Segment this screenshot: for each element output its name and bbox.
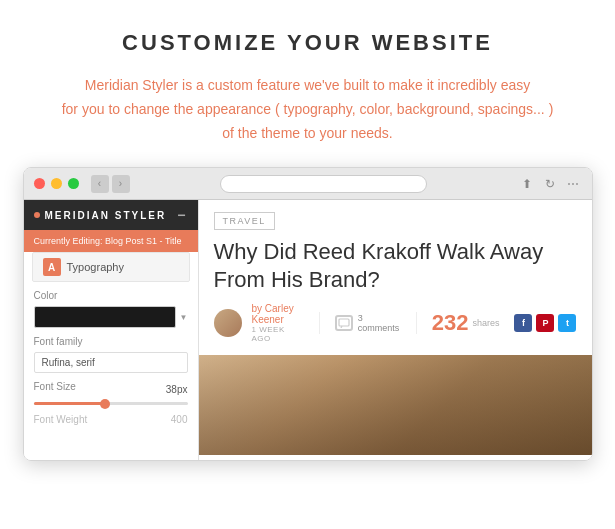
- font-weight-section: Font Weight 400: [24, 414, 198, 425]
- browser-back-button[interactable]: ‹: [91, 175, 109, 193]
- browser-mockup: ‹ › ⬆ ↻ ⋯ MERIDIAN STYLER −: [23, 167, 593, 461]
- browser-nav: ‹ ›: [91, 175, 130, 193]
- color-picker-row: ▼: [34, 306, 188, 328]
- facebook-icon[interactable]: f: [514, 314, 532, 332]
- author-avatar: [214, 309, 242, 337]
- color-bar[interactable]: [34, 306, 176, 328]
- typography-row[interactable]: A Typography: [32, 252, 190, 282]
- browser-menu-icon[interactable]: ⋯: [564, 175, 582, 193]
- section-description: Meridian Styler is a custom feature we'v…: [62, 74, 554, 145]
- font-size-slider[interactable]: [34, 402, 188, 405]
- shares-number: 232: [432, 310, 469, 336]
- social-icons: f P t: [514, 314, 576, 332]
- comments-count: 3 comments: [358, 313, 401, 333]
- shares-label: shares: [472, 318, 499, 328]
- styler-collapse-button[interactable]: −: [177, 207, 187, 223]
- font-size-row: Font Size 38px: [24, 381, 198, 414]
- styler-accent-dot: [34, 212, 40, 218]
- pinterest-icon[interactable]: P: [536, 314, 554, 332]
- browser-refresh-icon[interactable]: ↻: [541, 175, 559, 193]
- blog-meta: by Carley Keener 1 WEEK AGO 3 comments: [199, 303, 592, 355]
- currently-editing-label: Currently Editing: Blog Post S1 - Title: [24, 230, 198, 252]
- svg-rect-0: [339, 319, 349, 326]
- comments-section: 3 comments: [335, 313, 402, 333]
- font-family-section: Font family: [24, 336, 198, 381]
- color-section: Color ▼: [24, 290, 198, 336]
- page-title: CUSTOMIZE YOUR WEBSITE: [122, 30, 493, 56]
- twitter-icon[interactable]: t: [558, 314, 576, 332]
- typography-label: Typography: [67, 261, 124, 273]
- typography-icon: A: [43, 258, 61, 276]
- browser-share-icon[interactable]: ⬆: [518, 175, 536, 193]
- travel-tag: TRAVEL: [214, 212, 275, 230]
- font-family-input[interactable]: [34, 352, 188, 373]
- styler-panel: MERIDIAN STYLER − Currently Editing: Blo…: [24, 200, 199, 460]
- color-arrow-icon[interactable]: ▼: [180, 313, 188, 322]
- browser-url-bar[interactable]: [220, 175, 427, 193]
- slider-fill: [34, 402, 103, 405]
- comment-icon: [335, 315, 353, 331]
- font-family-label: Font family: [34, 336, 188, 347]
- font-weight-value: 400: [171, 414, 188, 425]
- browser-url-area: [136, 175, 512, 193]
- author-info: by Carley Keener 1 WEEK AGO: [252, 303, 304, 343]
- browser-content: MERIDIAN STYLER − Currently Editing: Blo…: [24, 200, 592, 460]
- font-weight-label: Font Weight: [34, 414, 88, 425]
- styler-header: MERIDIAN STYLER −: [24, 200, 198, 230]
- browser-actions: ⬆ ↻ ⋯: [518, 175, 582, 193]
- font-size-value: 38px: [166, 384, 188, 395]
- browser-forward-button[interactable]: ›: [112, 175, 130, 193]
- styler-title-text: MERIDIAN STYLER: [45, 210, 167, 221]
- browser-dot-yellow[interactable]: [51, 178, 62, 189]
- browser-dot-green[interactable]: [68, 178, 79, 189]
- meta-divider: [319, 312, 320, 334]
- meta-divider-2: [416, 312, 417, 334]
- blog-image: [199, 355, 592, 455]
- shares-section: 232 shares: [432, 310, 500, 336]
- color-label: Color: [34, 290, 188, 301]
- styler-header-title: MERIDIAN STYLER: [34, 210, 167, 221]
- author-name: by Carley Keener: [252, 303, 304, 325]
- blog-title: Why Did Reed Krakoff Walk Away From His …: [199, 238, 592, 303]
- font-size-label: Font Size: [34, 381, 76, 392]
- blog-content: TRAVEL Why Did Reed Krakoff Walk Away Fr…: [199, 200, 592, 460]
- browser-dot-red[interactable]: [34, 178, 45, 189]
- slider-thumb[interactable]: [100, 399, 110, 409]
- browser-toolbar: ‹ › ⬆ ↻ ⋯: [24, 168, 592, 200]
- post-date: 1 WEEK AGO: [252, 325, 304, 343]
- page-wrapper: CUSTOMIZE YOUR WEBSITE Meridian Styler i…: [0, 0, 615, 481]
